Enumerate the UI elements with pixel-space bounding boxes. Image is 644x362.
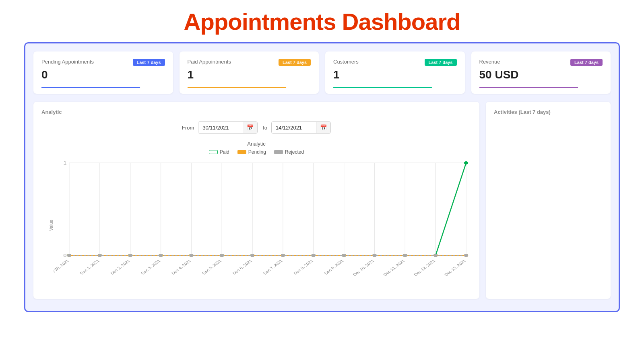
analytic-title: Analytic (41, 109, 471, 115)
svg-point-53 (281, 254, 285, 257)
svg-point-58 (433, 254, 438, 257)
paid-label: Paid (220, 149, 229, 155)
svg-text:0: 0 (63, 253, 66, 258)
to-calendar-button[interactable]: 📅 (316, 122, 330, 133)
stat-badge-1: Last 7 days (279, 59, 311, 66)
from-label: From (182, 125, 194, 131)
svg-text:Dec 7, 2021: Dec 7, 2021 (262, 259, 283, 275)
svg-point-52 (250, 254, 254, 257)
stat-card-3: Revenue Last 7 days 50 USD (471, 51, 611, 94)
svg-point-47 (98, 254, 102, 257)
svg-text:Dec 11, 2021: Dec 11, 2021 (382, 259, 406, 277)
to-date-input[interactable] (272, 122, 316, 133)
stat-bar-1 (188, 87, 286, 88)
svg-text:Dec 4, 2021: Dec 4, 2021 (171, 259, 192, 275)
svg-point-57 (403, 254, 407, 257)
bottom-row: Analytic From 📅 To 📅 Analytic Paid (33, 102, 611, 299)
from-input-wrap: 📅 (198, 121, 258, 134)
svg-text:Dec 3, 2021: Dec 3, 2021 (140, 259, 161, 275)
chart-title: Analytic (41, 141, 471, 147)
svg-text:Dec 5, 2021: Dec 5, 2021 (201, 259, 223, 275)
rejected-label: Rejected (285, 149, 304, 155)
dashboard-container: Pending Appointments Last 7 days 0 Paid … (24, 42, 620, 312)
stat-value-1: 1 (188, 68, 311, 81)
stat-bar-3 (479, 87, 578, 88)
svg-text:Dec 9, 2021: Dec 9, 2021 (323, 259, 345, 275)
stat-value-0: 0 (41, 68, 165, 81)
paid-swatch (209, 150, 218, 154)
line-chart: 01Nov 30, 2021Dec 1, 2021Dec 2, 2021Dec … (54, 159, 471, 280)
stat-badge-0: Last 7 days (133, 59, 165, 66)
chart-legend: Paid Pending Rejected (41, 149, 471, 155)
stat-value-2: 1 (333, 68, 457, 81)
pending-label: Pending (248, 149, 266, 155)
stat-label-1: Paid Appointments (188, 59, 231, 65)
legend-pending: Pending (237, 149, 266, 155)
svg-point-48 (128, 254, 132, 257)
activities-title: Activities (Last 7 days) (494, 109, 603, 115)
svg-point-56 (372, 254, 376, 257)
to-input-wrap: 📅 (271, 121, 331, 134)
svg-text:Dec 12, 2021: Dec 12, 2021 (413, 259, 436, 277)
rejected-swatch (274, 150, 283, 154)
svg-point-54 (312, 254, 316, 257)
stat-bar-0 (41, 87, 140, 88)
svg-text:Dec 6, 2021: Dec 6, 2021 (231, 259, 253, 275)
y-axis-label: Value (49, 220, 54, 230)
stat-card-0: Pending Appointments Last 7 days 0 (33, 51, 173, 94)
svg-text:Dec 8, 2021: Dec 8, 2021 (293, 259, 314, 275)
svg-point-46 (67, 254, 71, 257)
svg-point-51 (220, 254, 224, 257)
stat-label-0: Pending Appointments (41, 59, 94, 65)
svg-point-59 (464, 254, 468, 257)
stat-bar-2 (333, 87, 432, 88)
svg-text:Nov 30, 2021: Nov 30, 2021 (54, 259, 70, 277)
from-calendar-button[interactable]: 📅 (243, 122, 257, 133)
stat-label-2: Customers (333, 59, 359, 65)
date-range-row: From 📅 To 📅 (41, 121, 471, 134)
svg-text:Dec 13, 2021: Dec 13, 2021 (444, 259, 467, 277)
pending-swatch (237, 150, 246, 154)
svg-text:1: 1 (63, 160, 66, 166)
activities-card: Activities (Last 7 days) (486, 102, 611, 299)
stat-badge-2: Last 7 days (425, 59, 457, 66)
to-label: To (262, 125, 267, 131)
page-title: Appointments Dashboard (0, 0, 644, 42)
svg-point-49 (159, 254, 163, 257)
stat-badge-3: Last 7 days (570, 59, 603, 66)
svg-point-50 (189, 254, 193, 257)
stats-row: Pending Appointments Last 7 days 0 Paid … (33, 51, 611, 94)
svg-point-31 (464, 161, 468, 165)
legend-paid: Paid (209, 149, 229, 155)
stat-card-1: Paid Appointments Last 7 days 1 (180, 51, 319, 94)
svg-text:Dec 2, 2021: Dec 2, 2021 (109, 259, 131, 275)
legend-rejected: Rejected (274, 149, 304, 155)
analytic-card: Analytic From 📅 To 📅 Analytic Paid (33, 102, 479, 299)
stat-card-2: Customers Last 7 days 1 (325, 51, 465, 94)
stat-value-3: 50 USD (479, 68, 603, 81)
svg-text:Dec 1, 2021: Dec 1, 2021 (79, 259, 100, 275)
svg-point-55 (342, 254, 346, 257)
svg-text:Dec 10, 2021: Dec 10, 2021 (352, 259, 375, 277)
stat-label-3: Revenue (479, 59, 500, 65)
from-date-input[interactable] (198, 122, 243, 133)
chart-area: Value 01Nov 30, 2021Dec 1, 2021Dec 2, 20… (41, 159, 471, 292)
